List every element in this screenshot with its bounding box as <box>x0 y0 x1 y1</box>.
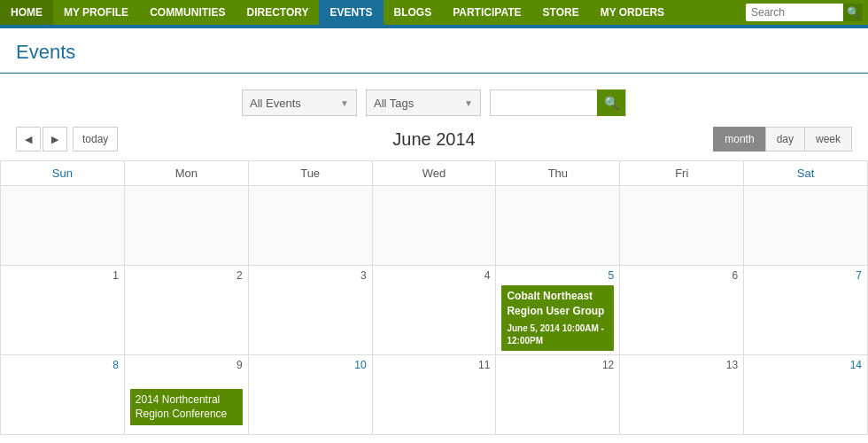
calendar-week-2: 1 2 3 4 5 Cobalt Northeast Region User G… <box>1 266 868 355</box>
all-events-filter[interactable]: All Events ▼ <box>242 89 357 116</box>
day-header-wed: Wed <box>373 161 497 186</box>
nav-events[interactable]: EVENTS <box>319 0 383 25</box>
cal-cell-jun9-10-span: 9 2014 Northcentral Region Conference <box>125 355 249 435</box>
event-cobalt-date: June 5, 2014 10:00AM - 12:00PM <box>507 323 608 347</box>
top-navigation: HOME MY PROFILE COMMUNITIES DIRECTORY EV… <box>0 0 868 25</box>
all-events-label: All Events <box>250 97 301 110</box>
cal-cell-w1d0 <box>1 186 125 266</box>
cal-cell-jun10: 10 <box>249 355 373 435</box>
all-tags-arrow-icon: ▼ <box>464 98 473 108</box>
day-num-3: 3 <box>254 269 367 282</box>
cal-cell-jun2: 2 <box>125 266 249 355</box>
all-tags-label: All Tags <box>374 97 414 110</box>
day-num-8: 8 <box>6 359 119 371</box>
day-header-thu: Thu <box>496 161 620 186</box>
nav-store[interactable]: STORE <box>532 0 590 25</box>
day-header-sat: Sat <box>744 161 868 186</box>
view-day-button[interactable]: day <box>765 127 805 152</box>
cal-cell-jun3: 3 <box>249 266 373 355</box>
page-title-area: Events <box>0 28 868 74</box>
nav-blogs[interactable]: BLOGS <box>384 0 443 25</box>
cal-cell-w1d2 <box>249 186 373 266</box>
day-header-fri: Fri <box>620 161 744 186</box>
nav-my-profile[interactable]: MY PROFILE <box>53 0 139 25</box>
cal-cell-jun12: 12 <box>496 355 620 435</box>
calendar-grid: Sun Mon Tue Wed Thu Fri Sat 1 2 3 4 5 <box>0 160 868 435</box>
cal-cell-jun13: 13 <box>620 355 744 435</box>
next-month-button[interactable]: ▶ <box>43 127 67 152</box>
day-num-4: 4 <box>378 269 491 282</box>
event-cobalt[interactable]: Cobalt Northeast Region User Group June … <box>501 285 614 351</box>
day-num-12: 12 <box>501 359 614 371</box>
day-num-5: 5 <box>501 269 614 282</box>
nav-search-button[interactable]: 🔍 <box>843 4 863 21</box>
event-search-area: 🔍 <box>490 89 626 116</box>
event-cobalt-title: Cobalt Northeast Region User Group <box>507 289 608 319</box>
cal-cell-jun1: 1 <box>1 266 125 355</box>
nav-home[interactable]: HOME <box>0 0 53 25</box>
cal-cell-jun8: 8 <box>1 355 125 435</box>
cal-cell-w1d4 <box>496 186 620 266</box>
calendar-controls: ◀ ▶ today June 2014 month day week <box>0 127 868 160</box>
day-num-2: 2 <box>130 269 243 282</box>
day-header-sun: Sun <box>1 161 125 186</box>
event-northcentral[interactable]: 2014 Northcentral Region Conference <box>130 389 243 426</box>
cal-cell-jun14: 14 <box>744 355 868 435</box>
day-num-9: 9 <box>130 359 243 371</box>
cal-cell-jun7: 7 <box>744 266 868 355</box>
day-num-6: 6 <box>625 269 738 282</box>
day-num-13: 13 <box>625 359 738 371</box>
calendar-week-1 <box>1 186 868 266</box>
calendar-view-buttons: month day week <box>714 127 852 152</box>
day-num-1: 1 <box>6 269 119 282</box>
cal-cell-w1d3 <box>373 186 497 266</box>
day-num-14: 14 <box>749 359 862 371</box>
nav-search-input[interactable] <box>746 4 843 21</box>
day-header-mon: Mon <box>125 161 249 186</box>
today-button[interactable]: today <box>73 127 118 152</box>
cal-cell-w1d6 <box>744 186 868 266</box>
nav-communities[interactable]: COMMUNITIES <box>139 0 236 25</box>
nav-participate[interactable]: PARTICIPATE <box>442 0 531 25</box>
cal-cell-jun5: 5 Cobalt Northeast Region User Group Jun… <box>496 266 620 355</box>
event-northcentral-title: 2014 Northcentral Region Conference <box>136 392 237 423</box>
all-tags-filter[interactable]: All Tags ▼ <box>366 89 481 116</box>
all-events-arrow-icon: ▼ <box>340 98 349 108</box>
cal-cell-jun11: 11 <box>373 355 497 435</box>
nav-directory[interactable]: DIRECTORY <box>236 0 319 25</box>
day-num-7: 7 <box>749 269 862 282</box>
cal-cell-w1d5 <box>620 186 744 266</box>
filters-row: All Events ▼ All Tags ▼ 🔍 <box>0 74 868 127</box>
nav-my-orders[interactable]: MY ORDERS <box>590 0 675 25</box>
day-header-tue: Tue <box>249 161 373 186</box>
day-num-10: 10 <box>254 359 367 371</box>
view-week-button[interactable]: week <box>804 127 852 152</box>
prev-month-button[interactable]: ◀ <box>16 127 41 152</box>
event-search-input[interactable] <box>491 90 597 115</box>
cal-cell-w1d1 <box>125 186 249 266</box>
calendar-header-row: Sun Mon Tue Wed Thu Fri Sat <box>1 161 868 186</box>
day-num-11: 11 <box>378 359 491 371</box>
nav-search-area: 🔍 <box>740 0 868 25</box>
calendar-month-title: June 2014 <box>392 129 475 150</box>
cal-cell-jun6: 6 <box>620 266 744 355</box>
calendar-nav-buttons: ◀ ▶ today <box>16 127 118 152</box>
view-month-button[interactable]: month <box>713 127 765 152</box>
calendar-week-3: 8 9 2014 Northcentral Region Conference … <box>1 355 868 435</box>
cal-cell-jun4: 4 <box>373 266 497 355</box>
event-search-button[interactable]: 🔍 <box>597 89 625 116</box>
page-title: Events <box>16 41 852 64</box>
